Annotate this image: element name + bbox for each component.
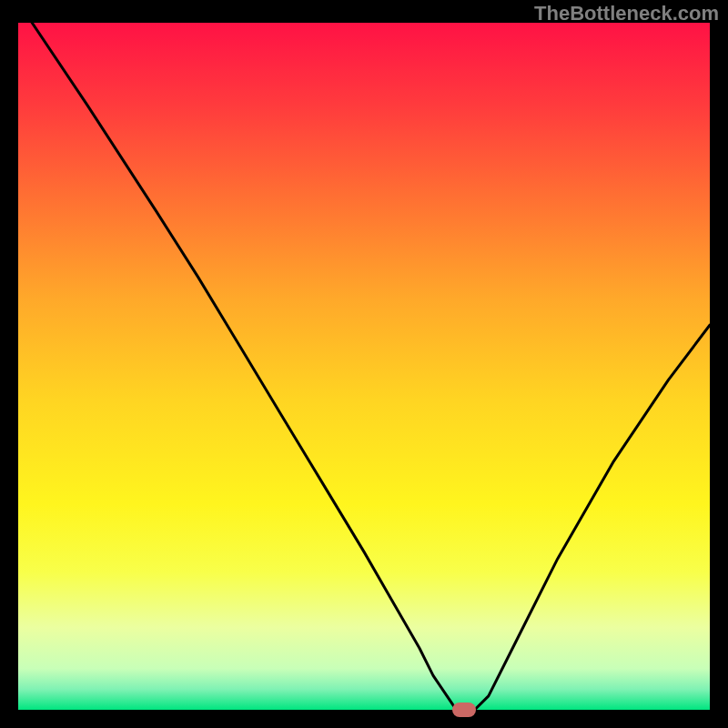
chart-container: TheBottleneck.com bbox=[0, 0, 728, 728]
plot-area bbox=[18, 23, 710, 710]
bottleneck-curve bbox=[18, 23, 710, 710]
optimal-point-marker bbox=[452, 703, 476, 717]
watermark-text: TheBottleneck.com bbox=[534, 2, 719, 25]
